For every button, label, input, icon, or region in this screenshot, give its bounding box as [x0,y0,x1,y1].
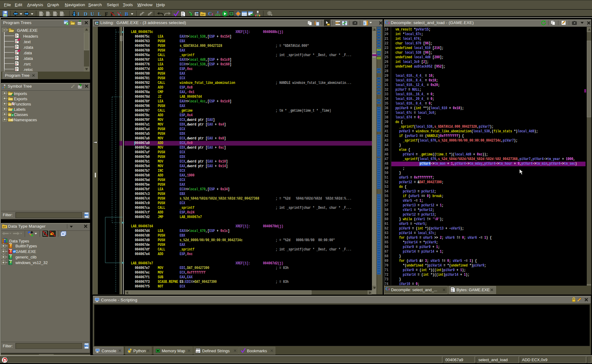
svg-text:10: 10 [181,12,184,14]
svg-text:DT: DT [201,13,205,16]
svg-text:C: C [12,114,14,117]
svg-text:01: 01 [181,14,184,16]
svg-text:DT: DT [3,225,6,228]
svg-text:01: 01 [451,290,454,292]
svg-text:10: 10 [451,288,454,290]
